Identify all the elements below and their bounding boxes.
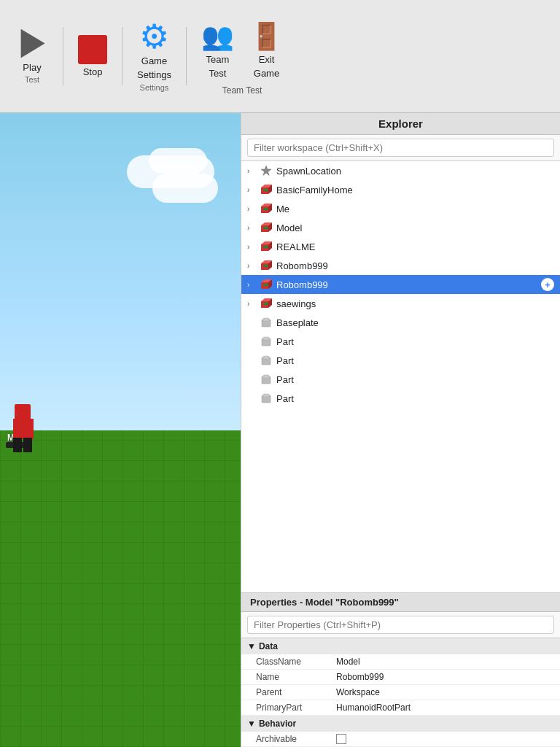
tree-item[interactable]: Part	[241, 332, 560, 351]
tree-item-label: Part	[276, 374, 554, 385]
tree-item[interactable]: › Robomb999+	[241, 275, 560, 294]
toolbar: Play Test Stop ⚙ Game Settings Settings …	[0, 0, 560, 113]
property-row: ClassNameModel	[241, 654, 560, 670]
property-row: ParentWorkspace	[241, 685, 560, 700]
ground-texture	[0, 430, 241, 748]
player-head	[15, 404, 31, 420]
properties-header: Properties - Model "Robomb999"	[241, 593, 560, 612]
property-row: PrimaryPartHumanoidRootPart	[241, 700, 560, 716]
tree-item-label: Me	[276, 204, 554, 214]
tree-item-icon	[259, 182, 273, 197]
tree-add-button[interactable]: +	[541, 278, 554, 291]
exit-game-label1: Exit	[259, 54, 275, 66]
tree-item-label: BasicFamilyHome	[276, 185, 554, 196]
tree-item-icon	[259, 239, 273, 254]
behavior-section-label: Behavior	[259, 719, 296, 729]
svg-rect-37	[263, 318, 269, 321]
exit-icon: 🚪	[250, 21, 283, 52]
player-right-leg	[23, 438, 32, 452]
section-collapse-icon: ▼	[247, 719, 256, 729]
svg-rect-30	[266, 284, 268, 286]
main-area: Robomb999 Account: <13 🔖 Robomb999 Me	[0, 113, 560, 747]
tree-item-icon	[259, 220, 273, 235]
team-test-row: 👥 Team Test 🚪 Exit Game	[194, 17, 290, 83]
section-collapse-icon: ▼	[247, 641, 256, 651]
explorer-filter	[241, 135, 560, 161]
clouds	[112, 148, 229, 206]
player-body	[13, 419, 34, 439]
game-viewport: Robomb999 Account: <13 🔖 Robomb999 Me	[0, 113, 241, 747]
divider-3	[186, 27, 187, 85]
tree-item-label: Part	[276, 393, 554, 404]
data-section-header[interactable]: ▼Data	[241, 638, 560, 654]
tree-arrow-icon: ›	[247, 224, 256, 232]
exit-game-label2: Game	[254, 68, 279, 80]
prop-value: Model	[336, 657, 551, 667]
prop-key: Archivable	[256, 734, 336, 744]
stop-button[interactable]: Stop	[71, 31, 114, 82]
play-icon	[16, 28, 48, 60]
tree-item-icon	[259, 372, 273, 387]
team-icon: 👥	[201, 21, 234, 52]
tree-item-icon	[259, 258, 273, 273]
stop-icon	[78, 35, 107, 64]
team-test-label2: Test	[209, 68, 227, 80]
properties-panel: Properties - Model "Robomb999" ▼DataClas…	[241, 592, 560, 747]
properties-search-input[interactable]	[247, 616, 554, 634]
prop-value: Workspace	[336, 687, 551, 697]
tree-item[interactable]: Baseplate	[241, 313, 560, 332]
tree-item-icon	[259, 277, 273, 292]
svg-rect-4	[263, 189, 266, 191]
tree-item-icon	[259, 391, 273, 406]
play-button[interactable]: Play Test	[9, 23, 55, 90]
tree-item-label: Robomb999	[276, 279, 535, 290]
tree-item[interactable]: › REALME	[241, 237, 560, 256]
svg-rect-41	[263, 356, 269, 359]
explorer-tree: ›SpawnLocation› BasicFamilyHome› Me› Mod…	[241, 161, 560, 592]
property-row: NameRobomb999	[241, 670, 560, 685]
gear-icon: ⚙	[139, 20, 169, 53]
properties-body: ▼DataClassNameModelNameRobomb999ParentWo…	[241, 638, 560, 747]
svg-rect-34	[263, 303, 266, 305]
explorer-header: Explorer	[241, 113, 560, 135]
behavior-row: Archivable	[241, 732, 560, 747]
tree-item[interactable]: Part	[241, 389, 560, 408]
team-test-group: 👥 Team Test 🚪 Exit Game Team Test	[194, 17, 290, 95]
svg-rect-25	[266, 265, 268, 267]
tree-arrow-icon: ›	[247, 205, 256, 213]
tree-item-label: saewings	[276, 298, 554, 309]
data-section-label: Data	[259, 641, 278, 651]
tree-item-label: Robomb999	[276, 260, 554, 271]
prop-value: Robomb999	[336, 672, 551, 682]
prop-key: Parent	[256, 687, 336, 697]
stop-label: Stop	[83, 66, 103, 78]
tree-item-icon	[259, 334, 273, 349]
tree-arrow-icon: ›	[247, 300, 256, 308]
tree-item[interactable]: ›SpawnLocation	[241, 161, 560, 180]
explorer-title: Explorer	[378, 117, 423, 130]
cloud-2	[149, 148, 207, 174]
tree-item[interactable]: › Model	[241, 218, 560, 237]
svg-rect-45	[263, 394, 269, 397]
svg-rect-20	[266, 246, 268, 248]
tree-arrow-icon: ›	[247, 243, 256, 251]
tree-item[interactable]: Part	[241, 351, 560, 370]
exit-game-button[interactable]: 🚪 Exit Game	[243, 17, 290, 83]
game-settings-button[interactable]: ⚙ Game Settings Settings	[130, 15, 179, 96]
tree-item[interactable]: › BasicFamilyHome	[241, 180, 560, 199]
explorer-panel: Explorer ›SpawnLocation› BasicFamilyHome…	[241, 113, 560, 747]
tree-item[interactable]: › Robomb999	[241, 256, 560, 275]
svg-rect-39	[263, 337, 269, 340]
ground	[0, 430, 241, 748]
svg-rect-24	[263, 265, 266, 267]
tree-item[interactable]: Part	[241, 370, 560, 389]
behavior-section-header[interactable]: ▼Behavior	[241, 716, 560, 732]
tree-item[interactable]: › saewings	[241, 294, 560, 313]
team-test-button[interactable]: 👥 Team Test	[194, 17, 241, 83]
archivable-checkbox[interactable]	[336, 734, 346, 744]
explorer-search-input[interactable]	[247, 139, 554, 157]
prop-key: ClassName	[256, 657, 336, 667]
tree-item[interactable]: › Me	[241, 199, 560, 218]
team-test-group-label: Team Test	[222, 85, 262, 96]
svg-rect-10	[266, 208, 268, 210]
